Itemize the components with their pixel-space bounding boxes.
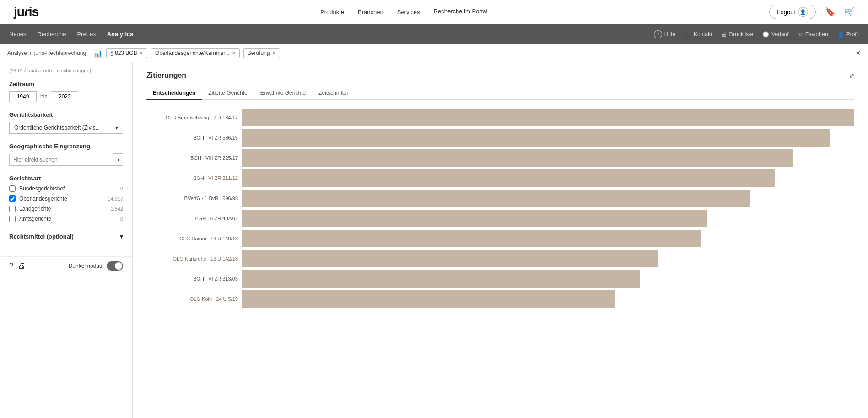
chart-label[interactable]: OLG Köln · 24 U 5/19 [146, 296, 238, 302]
checkbox-ag: Amtsgerichte 0 [9, 216, 123, 222]
nav-recherche-portal[interactable]: Recherche im Portal [434, 8, 488, 16]
checkbox-lg-input[interactable] [9, 206, 16, 212]
checkbox-ag-label: Amtsgerichte [19, 216, 51, 222]
remove-olg-tag[interactable]: × [232, 50, 236, 56]
filter-bar-close[interactable]: × [856, 49, 861, 58]
tab-erwähnte-gerichte[interactable]: Erwähnte Gerichte [254, 87, 312, 100]
nav-analytics[interactable]: Analytics [107, 24, 134, 44]
rechtsmittel-section: Rechtsmittel (optional) ▾ [9, 231, 123, 242]
cart-icon[interactable]: 🛒 [844, 7, 854, 17]
chart-bar-wrap [242, 230, 854, 247]
logo: juris [14, 5, 38, 19]
zeitraum-von-input[interactable] [9, 91, 37, 102]
tab-entscheidungen[interactable]: Entscheidungen [146, 87, 202, 100]
nav-preLex[interactable]: PreLex [77, 24, 96, 44]
analytics-icon: 📊 [93, 49, 102, 58]
help-bottom-icon[interactable]: ? [9, 262, 13, 270]
nav-kontakt[interactable]: 📞 Kontakt [685, 31, 712, 38]
chart-label: BGH · II ZR 402/02 [146, 216, 238, 221]
tab-zitierte-gerichte[interactable]: Zitierte Gerichte [202, 87, 253, 100]
remove-berufung-tag[interactable]: × [272, 50, 276, 56]
chart-bar-wrap [242, 290, 854, 308]
chart-label: OLG Braunschweig · 7 U 134/17 [146, 115, 238, 120]
tab-zeitschriften[interactable]: Zeitschriften [312, 87, 355, 100]
chart-bar-wrap [242, 270, 854, 288]
chart-bar [242, 169, 775, 187]
chart-label[interactable]: BGH · VI ZR 211/12 [146, 175, 238, 181]
geo-search-input[interactable] [9, 154, 113, 166]
logout-label: Logout [777, 9, 795, 16]
collapse-icon[interactable]: ⤢ [849, 72, 854, 79]
checkbox-bgh-count: 0 [120, 186, 123, 191]
nav-druckliste[interactable]: 🖨 Druckliste [722, 31, 754, 38]
nav-recherche[interactable]: Recherche [38, 24, 66, 44]
zeitraum-row: bis [9, 91, 123, 102]
checkbox-olg-input[interactable] [9, 195, 16, 202]
tabs: Entscheidungen Zitierte Gerichte Erwähnt… [146, 87, 854, 100]
nav-profil[interactable]: 👤 Profil [837, 31, 859, 38]
filter-tag-olg: Oberlandesgerichte/Kammer... × [151, 48, 240, 58]
nav-produkte[interactable]: Produkte [320, 9, 344, 16]
checkbox-olg-count: 14.917 [108, 196, 123, 201]
chart-label: BGH · VI ZR 536/15 [146, 135, 238, 141]
print-bottom-icon[interactable]: 🖨 [18, 262, 25, 270]
profile-icon: 👤 [837, 31, 844, 38]
geo-search-button[interactable]: › [113, 153, 123, 166]
chart-row: OLG Köln · 24 U 5/19 [146, 290, 854, 308]
filter-tag-bgb-text: § 823 BGB [110, 50, 137, 56]
chart-bar-wrap [242, 129, 854, 147]
star-icon: ☆ [798, 31, 803, 38]
nav-verlauf[interactable]: 🕐 Verlauf [762, 31, 788, 38]
checkbox-olg: Oberlandesgerichte 14.917 [9, 195, 123, 202]
hilfe-label: Hilfe [664, 31, 675, 38]
top-nav-links: Produkte Branchen Services Recherche im … [320, 8, 487, 16]
chart-bar-wrap [242, 210, 854, 227]
nav-branchen[interactable]: Branchen [358, 9, 383, 16]
analyzed-count: (14.917 analysierte Entscheidungen) [9, 68, 123, 73]
phone-icon: 📞 [685, 31, 691, 38]
chart-bar-wrap [242, 190, 854, 207]
chart-bar [242, 190, 750, 207]
main-content: Zitierungen ⤢ Entscheidungen Zitierte Ge… [133, 62, 868, 418]
gerichtsbarkeit-dropdown[interactable]: Ordentliche Gerichtsbarkeit (Zivis... ▾ [9, 122, 123, 134]
druckliste-label: Druckliste [729, 31, 754, 38]
nav-neues[interactable]: Neues [9, 24, 27, 44]
chevron-down-icon-rechtsmittel: ▾ [120, 233, 123, 240]
section-title-row: Zitierungen ⤢ [146, 71, 854, 80]
filter-tag-berufung: Berufung × [243, 48, 280, 58]
chart-bar [242, 230, 701, 247]
chart-row: BGH · VI ZR 211/12 [146, 169, 854, 187]
remove-bgb-tag[interactable]: × [140, 50, 143, 56]
zeitraum-section: Zeitraum bis [9, 81, 123, 102]
darkmode-toggle[interactable] [107, 261, 123, 271]
chart-row: BGH · II ZR 402/02 [146, 210, 854, 227]
chart-label: OLG Hamm · 13 U 149/18 [146, 236, 238, 241]
chart-bar-wrap [242, 250, 854, 267]
chart-row: BGH · VI ZR 313/03 [146, 270, 854, 288]
user-icon: 👤 [798, 7, 808, 17]
nav-hilfe[interactable]: ? Hilfe [654, 30, 675, 38]
checkbox-lg-count: 1.542 [110, 206, 123, 212]
checkbox-ag-input[interactable] [9, 216, 16, 222]
gerichtsart-section: Gerichtsart Bundesgerichtshof 0 Oberland… [9, 175, 123, 222]
filter-tag-berufung-text: Berufung [248, 50, 270, 56]
checkbox-bgh-input[interactable] [9, 185, 16, 192]
chart-label[interactable]: OLG Karlsruhe · 13 U 142/18 [146, 256, 238, 261]
chart-row: BGH · VI ZR 536/15 [146, 129, 854, 147]
rechtsmittel-header[interactable]: Rechtsmittel (optional) ▾ [9, 231, 123, 242]
zeitraum-bis-input[interactable] [51, 91, 78, 102]
checkbox-bgh: Bundesgerichtshof 0 [9, 185, 123, 192]
bookmark-icon[interactable]: 🔖 [825, 7, 835, 17]
nav-favoriten[interactable]: ☆ Favoriten [798, 31, 828, 38]
geo-section: Geographische Eingrenzung › [9, 143, 123, 166]
chart-row: OLG Hamm · 13 U 149/18 [146, 230, 854, 247]
main-layout: (14.917 analysierte Entscheidungen) Zeit… [0, 62, 868, 418]
logout-button[interactable]: Logout 👤 [769, 5, 816, 19]
checkbox-bgh-label: Bundesgerichtshof [19, 185, 65, 192]
chart-container: OLG Braunschweig · 7 U 134/17BGH · VI ZR… [146, 109, 854, 308]
gerichtsart-list: Bundesgerichtshof 0 Oberlandesgerichte 1… [9, 185, 123, 222]
nav-services[interactable]: Services [397, 9, 420, 16]
chart-bar-wrap [242, 109, 854, 126]
filter-bar: Analyse in juris-Rechtsprechung 📊 § 823 … [0, 44, 868, 62]
darkmode-label: Dunkelmodus [69, 263, 102, 269]
